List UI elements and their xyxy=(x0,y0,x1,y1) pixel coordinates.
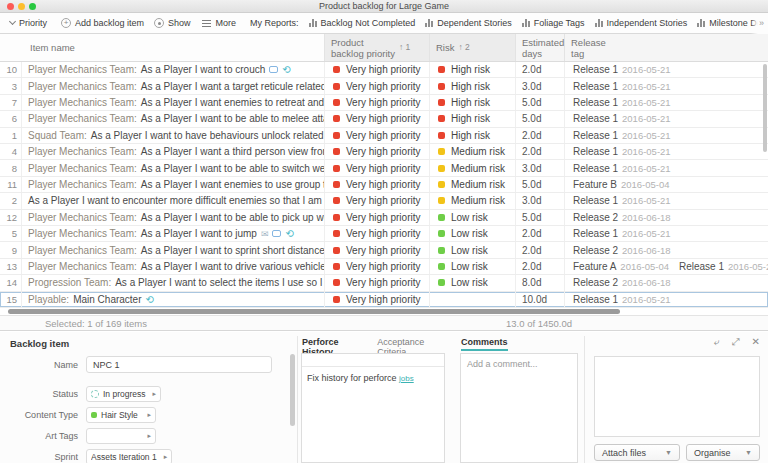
item-name-prefix: Player Mechanics Team: xyxy=(28,64,137,75)
priority-color-icon xyxy=(333,115,340,122)
release-tag-date: 2016-05-21 xyxy=(622,228,671,239)
table-row[interactable]: 12Player Mechanics Team:As a Player I wa… xyxy=(0,210,768,226)
mail-icon: ✉ xyxy=(261,230,269,238)
item-name-text: As a Player I want a target reticule rel… xyxy=(141,81,325,92)
dock-icon[interactable]: ⤶ xyxy=(714,336,720,348)
risk-label: High risk xyxy=(451,130,490,141)
report-button-label: Dependent Stories xyxy=(437,18,512,28)
panel-scrollbar[interactable] xyxy=(290,354,295,426)
estimated-days-cell: 8.0d xyxy=(516,275,565,290)
column-header-risk[interactable]: Risk ↑ 2 xyxy=(430,34,516,61)
item-name-cell: Player Mechanics Team:As a Player I want… xyxy=(22,95,325,110)
column-header-item-name[interactable]: Item name xyxy=(0,34,325,61)
release-tag-date: 2016-05-21 xyxy=(622,81,671,92)
priority-color-icon xyxy=(333,66,340,73)
report-button[interactable]: Independent Stories xyxy=(590,13,693,34)
status-select[interactable]: In progress▸ xyxy=(86,386,161,402)
priority-cell: Very high priority xyxy=(325,259,430,274)
row-number: 2 xyxy=(0,193,22,208)
item-name-prefix: Player Mechanics Team: xyxy=(28,81,137,92)
priority-cell: Very high priority xyxy=(325,62,430,77)
report-button[interactable]: Backlog Not Completed xyxy=(304,13,421,34)
field-label: Status xyxy=(10,389,78,399)
name-field[interactable]: NPC 1 xyxy=(86,356,272,373)
item-name-prefix: Player Mechanics Team: xyxy=(28,146,137,157)
field-label: Name xyxy=(10,360,78,370)
release-tag-cell: Release 12016-05-21 xyxy=(565,226,768,241)
sprint-select[interactable]: Assets Iteration 1▸ xyxy=(86,449,172,463)
estimated-days-cell: 5.0d xyxy=(516,111,565,126)
popout-icon[interactable]: ⤢ xyxy=(732,336,740,348)
comment-input[interactable]: Add a comment... xyxy=(460,353,578,463)
risk-color-icon xyxy=(438,279,445,286)
toolbar-overflow-button[interactable]: » xyxy=(751,13,768,34)
content-type-color-icon xyxy=(91,412,97,418)
content-type-select[interactable]: Hair Style▸ xyxy=(86,407,156,423)
table-row[interactable]: 3Player Mechanics Team:As a Player I wan… xyxy=(0,78,768,94)
row-number: 10 xyxy=(0,62,22,77)
table-row[interactable]: 4Player Mechanics Team:As a Player I wan… xyxy=(0,144,768,160)
attach-files-button[interactable]: Attach files ▼ xyxy=(594,444,680,461)
item-name-cell: Squad Team:As a Player I want to have be… xyxy=(22,128,325,143)
estimated-days-cell: 2.0d xyxy=(516,226,565,241)
release-tag-date: 2016-05-04 xyxy=(620,261,669,272)
priority-dropdown[interactable]: Priority xyxy=(5,13,52,34)
item-name-cell: Player Mechanics Team:As a Player I want… xyxy=(22,259,325,274)
table-row[interactable]: 8Player Mechanics Team:As a Player I wan… xyxy=(0,160,768,176)
priority-cell: Very high priority xyxy=(325,193,430,208)
release-tag-cell: Feature B2016-05-04 xyxy=(565,177,768,192)
priority-label: Very high priority xyxy=(346,245,420,256)
priority-label: Very high priority xyxy=(346,195,420,206)
vertical-scrollbar[interactable] xyxy=(763,64,767,152)
release-tag-name: Release 2 xyxy=(573,277,618,288)
table-row[interactable]: 10Player Mechanics Team:As a Player I wa… xyxy=(0,62,768,78)
release-tag-name: Release 1 xyxy=(573,130,618,141)
table-row[interactable]: 1Squad Team:As a Player I want to have b… xyxy=(0,128,768,144)
zoom-window-icon[interactable] xyxy=(29,3,36,10)
plus-circle-icon: + xyxy=(61,18,71,28)
table-row[interactable]: 15Playable:Main Character⟲Very high prio… xyxy=(0,292,768,308)
more-button[interactable]: More xyxy=(196,13,242,34)
horizontal-scrollbar[interactable] xyxy=(8,309,620,314)
column-header-priority[interactable]: Product backlog priority ↑ 1 xyxy=(325,34,430,61)
attachments-dropzone[interactable] xyxy=(594,356,760,437)
risk-cell: Medium risk xyxy=(430,160,516,175)
risk-color-icon xyxy=(438,115,445,122)
release-tag-cell: Release 12016-05-21 xyxy=(565,144,768,159)
report-button-label: Foliage Tags xyxy=(534,18,585,28)
table-row[interactable]: 11Player Mechanics Team:As a Player I wa… xyxy=(0,177,768,193)
column-header-release-tag[interactable]: Release tag xyxy=(565,34,768,61)
table-row[interactable]: 7Player Mechanics Team:As a Player I wan… xyxy=(0,95,768,111)
table-row[interactable]: 6Player Mechanics Team:As a Player I wan… xyxy=(0,111,768,127)
detail-field: Content TypeHair Style▸ xyxy=(10,407,156,423)
item-name-cell: Player Mechanics Team:As a Player I want… xyxy=(22,62,325,77)
row-number: 8 xyxy=(0,160,22,175)
table-row[interactable]: 13Player Mechanics Team:As a Player I wa… xyxy=(0,259,768,275)
table-row[interactable]: 5Player Mechanics Team:As a Player I wan… xyxy=(0,226,768,242)
release-tag-name: Release 2 xyxy=(573,245,618,256)
item-name-text: As a Player I want to select the items I… xyxy=(115,277,325,288)
close-icon[interactable]: ✕ xyxy=(752,336,760,348)
priority-cell: Very high priority xyxy=(325,144,430,159)
report-button[interactable]: Foliage Tags xyxy=(517,13,590,34)
add-backlog-item-button[interactable]: + Add backlog item xyxy=(56,13,149,34)
close-window-icon[interactable] xyxy=(7,3,14,10)
risk-color-icon xyxy=(438,263,445,270)
report-button[interactable]: Dependent Stories xyxy=(420,13,517,34)
table-row[interactable]: 2As a Player I want to encounter more di… xyxy=(0,193,768,209)
chevron-down-icon: ▼ xyxy=(745,449,752,456)
priority-label: Very high priority xyxy=(346,261,420,272)
minimize-window-icon[interactable] xyxy=(18,3,25,10)
perforce-history-text: Fix history for perforce jobs xyxy=(302,367,444,389)
column-header-estimated-days[interactable]: Estimated days xyxy=(516,34,565,61)
perforce-jobs-link[interactable]: jobs xyxy=(399,374,414,383)
organise-button[interactable]: Organise ▼ xyxy=(686,444,760,461)
field-label: Content Type xyxy=(10,410,78,420)
priority-label: Very high priority xyxy=(346,277,420,288)
table-row[interactable]: 14Progression Team:As a Player I want to… xyxy=(0,275,768,291)
art-tags-select[interactable]: ▸ xyxy=(86,428,156,444)
bar-chart-icon xyxy=(595,19,603,27)
table-row[interactable]: 9Player Mechanics Team:As a Player I wan… xyxy=(0,242,768,258)
show-button[interactable]: Show xyxy=(149,13,196,34)
priority-label: Priority xyxy=(19,18,47,28)
